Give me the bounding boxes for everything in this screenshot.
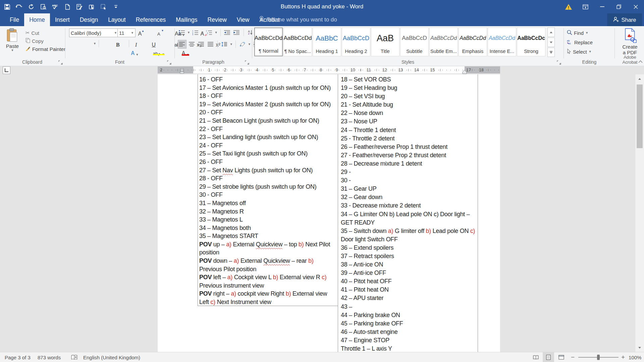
restore-icon[interactable] (610, 0, 627, 13)
styles-scroll-up[interactable] (547, 27, 555, 37)
text-run: 26 – Feather/reverse Prop 1 thrust deten… (341, 143, 447, 150)
italic-button[interactable]: I (132, 40, 141, 48)
language-indicator[interactable]: English (United Kingdom) (83, 352, 140, 362)
shading-caret[interactable]: ▼ (248, 43, 251, 46)
text-run: Quickview (256, 241, 282, 248)
ribbon-tab[interactable]: Design (75, 13, 103, 26)
line-spacing-button[interactable] (220, 40, 228, 48)
style-name: Title (381, 49, 390, 54)
style-chip[interactable]: AaBbCcD Subtitle (400, 27, 429, 56)
paste-button[interactable]: Paste ▼ (3, 28, 22, 52)
scroll-down-icon[interactable] (635, 343, 644, 352)
style-chip[interactable]: AaBbCcDd Subtle Em... (429, 27, 458, 56)
word-count[interactable]: 873 words (38, 352, 61, 362)
read-mode-button[interactable] (530, 352, 541, 362)
underline-caret[interactable]: ▼ (93, 42, 96, 45)
shrink-font-button[interactable]: A▼ (154, 28, 163, 37)
shading-button[interactable] (238, 40, 247, 48)
align-left-button[interactable] (178, 40, 186, 49)
style-chip[interactable]: AaBbCcD Heading 2 (342, 27, 370, 56)
text-run: 43 – (341, 303, 352, 310)
ribbon-tab[interactable]: Home (24, 13, 50, 26)
copy-button[interactable]: Copy (25, 37, 44, 45)
highlight-color-button[interactable]: ab▼ (152, 48, 165, 56)
scroll-up-icon[interactable] (635, 74, 644, 83)
text-run: right – (212, 290, 231, 297)
create-pdf-button[interactable]: Create a PDF (620, 28, 640, 55)
style-name: ¶ No Spac... (284, 49, 311, 54)
ribbon-tab[interactable]: Insert (50, 13, 75, 26)
decrease-indent-button[interactable] (223, 28, 231, 37)
web-layout-button[interactable] (555, 352, 567, 362)
paragraph: 25 – Set Taxi light (push switch up for … (199, 149, 337, 158)
numbering-button[interactable]: 123 (192, 28, 200, 37)
ribbon-tab[interactable]: Review (202, 13, 231, 26)
scrollbar-thumb[interactable] (637, 84, 643, 148)
text-run: Next Instrument view (215, 299, 271, 305)
align-center-button[interactable] (188, 40, 196, 48)
collapse-ribbon-icon[interactable] (638, 58, 643, 64)
ribbon-tab[interactable]: Layout (103, 13, 131, 26)
style-chip[interactable]: AaBbC Heading 1 (313, 27, 341, 56)
multilevel-caret[interactable]: ▼ (215, 31, 218, 34)
style-sample: AaB (377, 28, 394, 49)
horizontal-ruler[interactable]: 2 123456789101112131415 17 18 (158, 66, 500, 73)
format-painter-button[interactable]: Format Painter (25, 45, 65, 53)
ruler-number: 15 (425, 66, 441, 73)
text-effects-button[interactable]: A▼ (130, 48, 139, 56)
styles-more-button[interactable] (547, 48, 555, 57)
style-chip[interactable]: AaB Title (371, 27, 399, 56)
tab-file[interactable]: File (5, 13, 24, 26)
document-page[interactable]: 16 - OFF17 – Set Avionics Master 1 (push… (158, 74, 500, 352)
styles-dialog-launcher[interactable] (557, 60, 561, 64)
zoom-in-button[interactable]: + (621, 352, 625, 362)
font-name-select[interactable]: Calibri (Body)▼ (69, 28, 119, 37)
font-dialog-launcher[interactable] (167, 60, 171, 64)
bold-button[interactable]: B (113, 40, 122, 48)
find-button[interactable]: Find▼ (567, 29, 588, 37)
ribbon-tab[interactable]: References (131, 13, 171, 26)
grow-font-button[interactable]: A▲ (136, 29, 144, 37)
text-run: 17 – Set Avionics Master 1 (push switch … (199, 84, 331, 91)
style-chip[interactable]: AaBbCcDd Emphasis (459, 27, 487, 56)
zoom-out-button[interactable]: − (571, 352, 575, 362)
text-run: 25 – Set Taxi light (push switch up for … (199, 150, 308, 157)
style-chip[interactable]: AaBbCcDd ¶ No Spac... (283, 27, 312, 56)
underline-button[interactable]: U (149, 40, 158, 48)
style-chip[interactable]: AaBbCcDd Intense E... (488, 27, 516, 56)
clipboard-dialog-launcher[interactable] (58, 60, 63, 64)
ribbon-display-options-icon[interactable] (577, 0, 594, 13)
close-icon[interactable] (627, 0, 644, 13)
bullets-button[interactable] (178, 28, 186, 37)
justify-button[interactable] (207, 40, 215, 48)
warning-icon[interactable] (560, 0, 577, 13)
ribbon-tab[interactable]: Mailings (171, 13, 202, 26)
numbering-caret[interactable]: ▼ (201, 31, 204, 34)
cut-button[interactable]: ✂ Cut (25, 29, 39, 37)
zoom-level[interactable]: 100% (629, 352, 641, 362)
replace-button[interactable]: abac Replace (567, 38, 593, 46)
paragraph-dialog-launcher[interactable] (245, 60, 249, 64)
tab-selector[interactable] (3, 66, 10, 74)
increase-indent-button[interactable] (233, 28, 241, 37)
select-button[interactable]: Select▼ (567, 48, 592, 56)
align-right-button[interactable] (197, 40, 205, 48)
bullets-caret[interactable]: ▼ (187, 31, 190, 34)
ribbon-tab[interactable]: View (232, 13, 255, 26)
font-size-select[interactable]: 11▼ (117, 28, 136, 37)
tell-me-box[interactable]: Tell me what you want to do (259, 13, 337, 26)
line-spacing-caret[interactable]: ▼ (230, 43, 233, 46)
share-button[interactable]: Share (607, 13, 642, 26)
minimize-icon[interactable] (594, 0, 610, 13)
print-layout-button[interactable] (543, 352, 554, 362)
style-chip[interactable]: AaBbCcDd ¶ Normal (254, 27, 283, 56)
multilevel-list-button[interactable]: 1ai (205, 28, 213, 37)
person-plus-icon (613, 16, 619, 23)
paragraph: POV right – a) cockpit view Right b) Ext… (199, 290, 337, 306)
style-chip[interactable]: AaBbCcDc Strong (517, 27, 545, 56)
page-indicator[interactable]: Page 3 of 3 (5, 352, 31, 362)
zoom-slider-thumb[interactable] (597, 355, 600, 360)
vertical-scrollbar[interactable] (635, 74, 644, 352)
styles-scroll-down[interactable] (547, 38, 555, 47)
book-check-icon[interactable] (71, 352, 78, 362)
